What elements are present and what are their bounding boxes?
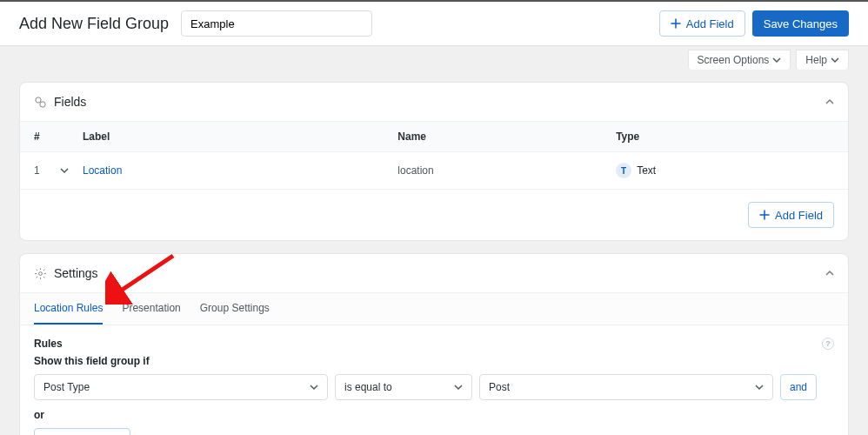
add-field-label: Add Field [686, 17, 734, 30]
rule-param-value: Post Type [43, 381, 90, 393]
rule-value-select[interactable]: Post [479, 374, 773, 400]
field-type-text: Text [637, 164, 656, 177]
chevron-up-icon [825, 97, 834, 106]
add-rule-group-button[interactable]: Add rule group [34, 428, 130, 435]
settings-tabs: Location Rules Presentation Group Settin… [20, 292, 848, 325]
expand-row-toggle[interactable] [60, 166, 83, 175]
fields-icon [34, 96, 47, 109]
tab-presentation[interactable]: Presentation [122, 293, 180, 325]
settings-panel-title: Settings [54, 266, 818, 280]
svg-point-0 [36, 97, 41, 102]
col-label: Label [83, 130, 397, 143]
col-name: Name [397, 130, 616, 143]
and-button[interactable]: and [780, 374, 817, 400]
help-button[interactable]: Help [796, 50, 849, 70]
rule-param-select[interactable]: Post Type [34, 374, 328, 400]
settings-panel: Settings Location Rules Presentation Gro… [19, 253, 849, 435]
svg-point-2 [39, 271, 43, 275]
help-icon[interactable]: ? [822, 338, 834, 350]
help-label: Help [805, 54, 827, 66]
field-name-value: location [397, 164, 616, 177]
rule-operator-value: is equal to [344, 381, 392, 393]
collapse-toggle[interactable] [825, 97, 834, 106]
gear-icon [34, 267, 47, 280]
screen-options-button[interactable]: Screen Options [688, 50, 791, 70]
rule-row: Post Type is equal to Post and [34, 374, 834, 400]
fields-panel: Fields # Label Name Type 1 Location loca… [19, 82, 849, 241]
plus-icon [759, 210, 770, 220]
page-title: Add New Field Group [19, 15, 169, 33]
rules-heading-row: Rules ? [34, 338, 834, 350]
col-number: # [34, 130, 83, 143]
caret-down-icon [772, 56, 781, 64]
plus-icon [671, 18, 681, 29]
table-row[interactable]: 1 Location location T Text [20, 152, 848, 190]
collapse-toggle[interactable] [825, 269, 834, 278]
rules-heading: Rules [34, 338, 63, 350]
chevron-down-icon [310, 383, 318, 392]
fields-panel-footer: Add Field [20, 190, 848, 240]
or-label: or [34, 409, 834, 421]
add-field-footer-label: Add Field [775, 209, 823, 222]
chevron-up-icon [825, 269, 834, 278]
fields-panel-title: Fields [54, 95, 818, 109]
svg-point-1 [40, 101, 45, 106]
caret-down-icon [831, 56, 839, 64]
field-type-cell: T Text [616, 163, 834, 178]
topbar: Add New Field Group Add Field Save Chang… [0, 0, 868, 46]
add-field-button[interactable]: Add Field [659, 10, 745, 37]
fields-panel-header: Fields [20, 83, 848, 121]
show-if-label: Show this field group if [34, 355, 834, 367]
screen-options-row: Screen Options Help [0, 46, 868, 70]
chevron-down-icon [755, 383, 764, 392]
add-field-button-footer[interactable]: Add Field [748, 202, 834, 228]
screen-options-label: Screen Options [698, 54, 770, 66]
tab-location-rules[interactable]: Location Rules [34, 293, 103, 325]
rule-operator-select[interactable]: is equal to [335, 374, 472, 400]
fields-table-header: # Label Name Type [20, 121, 848, 152]
tab-group-settings[interactable]: Group Settings [200, 293, 270, 325]
field-label-link[interactable]: Location [83, 164, 397, 177]
group-title-input[interactable] [181, 10, 372, 37]
row-number: 1 [34, 164, 60, 177]
type-badge-icon: T [616, 163, 631, 178]
col-type: Type [616, 130, 834, 143]
rule-value-value: Post [489, 381, 510, 393]
chevron-down-icon [454, 383, 463, 392]
settings-body: Rules ? Show this field group if Post Ty… [20, 325, 848, 435]
chevron-down-icon [60, 166, 69, 175]
topbar-actions: Add Field Save Changes [659, 10, 849, 37]
save-changes-button[interactable]: Save Changes [752, 10, 849, 37]
settings-panel-header: Settings [20, 254, 848, 292]
